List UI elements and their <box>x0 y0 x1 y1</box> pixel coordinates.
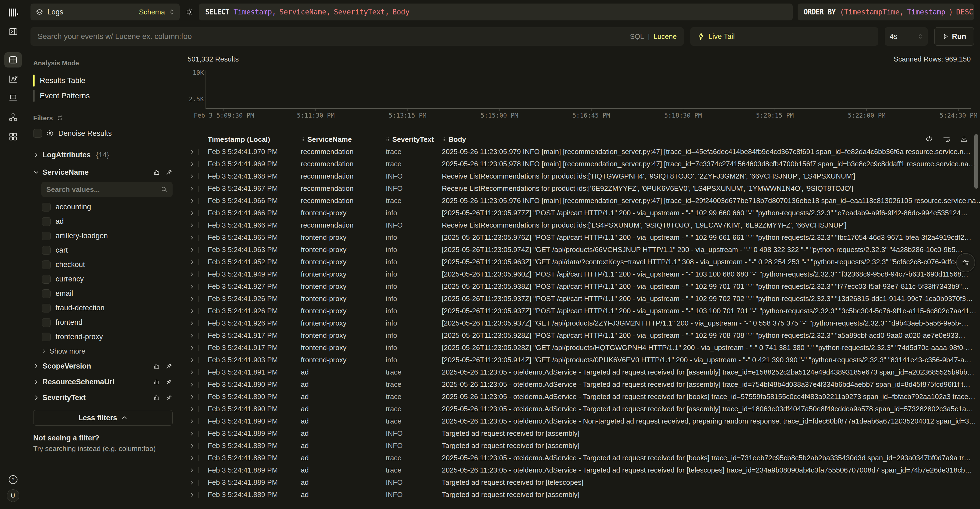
row-expand-cell[interactable] <box>188 296 208 302</box>
service-map-icon[interactable] <box>4 110 22 125</box>
run-button[interactable]: Run <box>934 27 974 46</box>
chevron-right-icon[interactable] <box>189 345 195 351</box>
table-row[interactable]: Feb 3 5:24:41.949 PM frontend-proxy info… <box>188 268 980 280</box>
results-table-nav-icon[interactable] <box>4 52 22 67</box>
live-tail-button[interactable]: Live Tail <box>690 27 878 46</box>
dashboards-icon[interactable] <box>4 129 22 144</box>
row-expand-cell[interactable] <box>188 382 208 388</box>
service-checkbox[interactable] <box>42 304 51 312</box>
show-more-button[interactable]: Show more <box>33 344 173 358</box>
row-expand-cell[interactable] <box>188 149 208 155</box>
table-row[interactable]: Feb 3 5:24:41.917 PM frontend-proxy info… <box>188 342 980 354</box>
chevron-right-icon[interactable] <box>189 443 195 449</box>
bar-chart-icon[interactable] <box>154 169 161 176</box>
sql-toggle[interactable]: SQL <box>630 32 644 41</box>
chevron-right-icon[interactable] <box>189 309 195 314</box>
chevron-right-icon[interactable] <box>189 370 195 375</box>
chevron-right-icon[interactable] <box>189 210 195 216</box>
user-avatar[interactable]: U <box>7 489 19 502</box>
download-icon[interactable] <box>960 135 968 143</box>
chevron-right-icon[interactable] <box>189 259 195 265</box>
chevron-right-icon[interactable] <box>189 382 195 387</box>
table-row[interactable]: Feb 3 5:24:41.890 PM ad trace 2025-05-26… <box>188 391 980 403</box>
service-filter-option[interactable]: currency <box>33 272 173 286</box>
table-row[interactable]: Feb 3 5:24:41.967 PM recommendation INFO… <box>188 182 980 195</box>
source-select[interactable]: Logs Schema <box>30 3 180 21</box>
table-row[interactable]: Feb 3 5:24:41.969 PM recommendation trac… <box>188 158 980 170</box>
row-expand-cell[interactable] <box>188 247 208 253</box>
column-header-servicename[interactable]: ServiceName <box>301 135 386 144</box>
drag-handle-icon[interactable] <box>386 136 390 142</box>
row-expand-cell[interactable] <box>188 357 208 363</box>
service-checkbox[interactable] <box>42 246 51 255</box>
chevron-right-icon[interactable] <box>189 161 195 167</box>
chevron-right-icon[interactable] <box>189 186 195 191</box>
pin-icon[interactable] <box>165 394 173 401</box>
row-expand-cell[interactable] <box>188 235 208 241</box>
row-expand-cell[interactable] <box>188 406 208 412</box>
refresh-interval-select[interactable]: 4s <box>885 27 928 46</box>
table-row[interactable]: Feb 3 5:24:41.889 PM ad trace 2025-05-26… <box>188 452 980 464</box>
row-expand-cell[interactable] <box>188 210 208 216</box>
row-expand-cell[interactable] <box>188 308 208 314</box>
bar-chart-icon[interactable] <box>154 363 161 370</box>
table-row[interactable]: Feb 3 5:24:41.927 PM frontend-proxy info… <box>188 280 980 293</box>
chevron-right-icon[interactable] <box>189 235 195 240</box>
table-row[interactable]: Feb 3 5:24:41.889 PM ad INFO Targeted ad… <box>188 476 980 488</box>
chevron-right-icon[interactable] <box>189 394 195 399</box>
row-expand-cell[interactable] <box>188 320 208 326</box>
filter-group-logattributes[interactable]: LogAttributes {14} <box>33 147 173 163</box>
row-expand-cell[interactable] <box>188 198 208 204</box>
chevron-right-icon[interactable] <box>189 492 195 498</box>
row-expand-cell[interactable] <box>188 173 208 180</box>
service-filter-option[interactable]: frontend <box>33 315 173 329</box>
bar-chart-icon[interactable] <box>154 379 161 385</box>
chevron-right-icon[interactable] <box>189 333 195 338</box>
filter-value-search-input[interactable]: Search values... <box>41 182 173 197</box>
service-checkbox[interactable] <box>42 261 51 269</box>
row-expand-cell[interactable] <box>188 468 208 473</box>
table-scrollbar-thumb[interactable] <box>974 134 978 189</box>
row-expand-cell[interactable] <box>188 332 208 339</box>
row-expand-cell[interactable] <box>188 455 208 461</box>
help-icon[interactable]: ? <box>4 472 22 487</box>
service-checkbox[interactable] <box>42 232 51 240</box>
service-filter-option[interactable]: cart <box>33 243 173 258</box>
service-filter-option[interactable]: fraud-detection <box>33 301 173 315</box>
select-clause-input[interactable]: SELECT Timestamp,ServiceName,SeverityTex… <box>199 3 793 21</box>
table-row[interactable]: Feb 3 5:24:41.903 PM frontend-proxy info… <box>188 354 980 366</box>
service-checkbox[interactable] <box>42 318 51 327</box>
chevron-right-icon[interactable] <box>189 223 195 228</box>
table-row[interactable]: Feb 3 5:24:41.966 PM recommendation INFO… <box>188 219 980 231</box>
table-row[interactable]: Feb 3 5:24:41.970 PM recommendation trac… <box>188 146 980 158</box>
table-row[interactable]: Feb 3 5:24:41.952 PM frontend-proxy info… <box>188 256 980 268</box>
table-row[interactable]: Feb 3 5:24:41.890 PM ad trace 2025-05-26… <box>188 415 980 427</box>
table-row[interactable]: Feb 3 5:24:41.963 PM frontend-proxy info… <box>188 243 980 256</box>
filter-group-severitytext[interactable]: SeverityText <box>33 390 173 406</box>
table-row[interactable]: Feb 3 5:24:41.889 PM ad trace 2025-05-26… <box>188 464 980 476</box>
orderby-clause-input[interactable]: ORDER BY (TimestampTime,Timestamp)DESC <box>798 3 974 21</box>
chevron-right-icon[interactable] <box>189 198 195 204</box>
filter-group-resourceschemaurl[interactable]: ResourceSchemaUrl <box>33 374 173 390</box>
bar-chart-icon[interactable] <box>154 394 161 401</box>
chevron-right-icon[interactable] <box>189 173 195 179</box>
chevron-right-icon[interactable] <box>189 357 195 363</box>
service-checkbox[interactable] <box>42 332 51 341</box>
row-expand-cell[interactable] <box>188 418 208 424</box>
lucene-search-input[interactable]: Search your events w/ Lucene ex. column:… <box>30 27 684 46</box>
denoise-checkbox[interactable] <box>33 129 42 138</box>
row-expand-cell[interactable] <box>188 271 208 277</box>
table-row[interactable]: Feb 3 5:24:41.889 PM ad INFO Targeted ad… <box>188 488 980 501</box>
service-filter-option[interactable]: email <box>33 286 173 301</box>
service-filter-option[interactable]: accounting <box>33 200 173 214</box>
chevron-right-icon[interactable] <box>189 406 195 412</box>
service-checkbox[interactable] <box>42 217 51 226</box>
search-panel-icon[interactable] <box>4 24 22 39</box>
pin-icon[interactable] <box>165 169 173 176</box>
table-row[interactable]: Feb 3 5:24:41.917 PM frontend-proxy info… <box>188 329 980 342</box>
service-filter-option[interactable]: artillery-loadgen <box>33 229 173 243</box>
column-header-body[interactable]: Body <box>442 135 980 144</box>
row-expand-cell[interactable] <box>188 284 208 289</box>
row-expand-cell[interactable] <box>188 443 208 449</box>
text-wrap-icon[interactable] <box>942 135 951 143</box>
